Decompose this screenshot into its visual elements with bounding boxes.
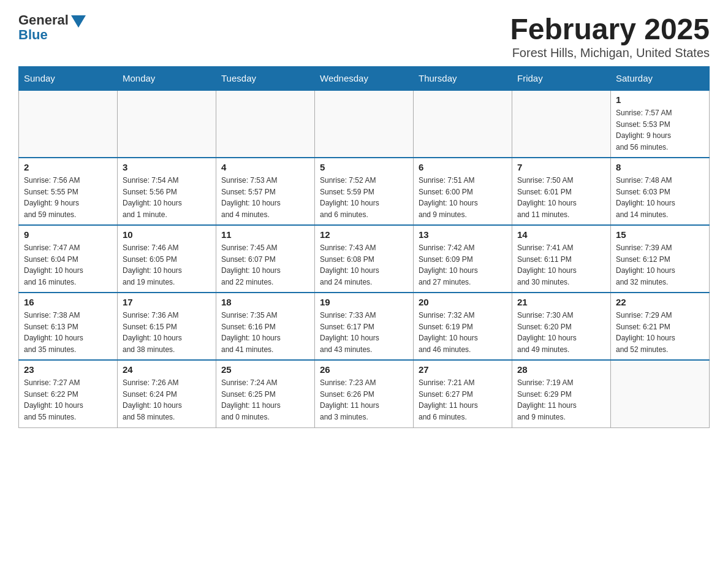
calendar-table: SundayMondayTuesdayWednesdayThursdayFrid… [18,66,710,428]
day-number: 27 [419,364,507,375]
day-number: 24 [123,364,211,375]
calendar-cell: 6Sunrise: 7:51 AM Sunset: 6:00 PM Daylig… [414,158,512,225]
calendar-week-row: 1Sunrise: 7:57 AM Sunset: 5:53 PM Daylig… [19,90,710,158]
calendar-cell: 11Sunrise: 7:45 AM Sunset: 6:07 PM Dayli… [216,225,315,293]
day-number: 2 [24,162,112,172]
day-number: 4 [221,162,309,172]
day-number: 18 [221,297,309,307]
calendar-cell: 24Sunrise: 7:26 AM Sunset: 6:24 PM Dayli… [118,360,216,427]
calendar-cell: 14Sunrise: 7:41 AM Sunset: 6:11 PM Dayli… [512,225,611,293]
day-info: Sunrise: 7:24 AM Sunset: 6:25 PM Dayligh… [221,377,309,423]
day-info: Sunrise: 7:29 AM Sunset: 6:21 PM Dayligh… [616,310,704,355]
calendar-cell: 23Sunrise: 7:27 AM Sunset: 6:22 PM Dayli… [19,360,118,427]
day-info: Sunrise: 7:23 AM Sunset: 6:26 PM Dayligh… [320,377,408,423]
calendar-header-friday: Friday [512,67,611,91]
logo-general-text: General [18,12,69,28]
day-info: Sunrise: 7:27 AM Sunset: 6:22 PM Dayligh… [24,377,112,423]
calendar-cell: 22Sunrise: 7:29 AM Sunset: 6:21 PM Dayli… [611,293,710,360]
day-number: 22 [616,297,704,307]
day-info: Sunrise: 7:45 AM Sunset: 6:07 PM Dayligh… [221,242,309,288]
calendar-cell: 7Sunrise: 7:50 AM Sunset: 6:01 PM Daylig… [512,158,611,225]
calendar-cell: 18Sunrise: 7:35 AM Sunset: 6:16 PM Dayli… [216,293,315,360]
day-number: 8 [616,162,704,172]
calendar-cell: 12Sunrise: 7:43 AM Sunset: 6:08 PM Dayli… [315,225,414,293]
calendar-cell [512,90,611,158]
calendar-cell: 28Sunrise: 7:19 AM Sunset: 6:29 PM Dayli… [512,360,611,427]
day-info: Sunrise: 7:35 AM Sunset: 6:16 PM Dayligh… [221,310,309,355]
day-info: Sunrise: 7:33 AM Sunset: 6:17 PM Dayligh… [320,310,408,355]
day-info: Sunrise: 7:39 AM Sunset: 6:12 PM Dayligh… [616,242,704,288]
calendar-subtitle: Forest Hills, Michigan, United States [510,46,710,60]
logo: General Blue [18,12,86,43]
day-number: 10 [123,229,211,240]
calendar-cell: 4Sunrise: 7:53 AM Sunset: 5:57 PM Daylig… [216,158,315,225]
day-info: Sunrise: 7:21 AM Sunset: 6:27 PM Dayligh… [419,377,507,423]
day-info: Sunrise: 7:54 AM Sunset: 5:56 PM Dayligh… [123,175,211,220]
calendar-cell: 17Sunrise: 7:36 AM Sunset: 6:15 PM Dayli… [118,293,216,360]
day-number: 9 [24,229,112,240]
logo-triangle-icon [71,15,86,28]
day-info: Sunrise: 7:48 AM Sunset: 6:03 PM Dayligh… [616,175,704,220]
calendar-cell: 25Sunrise: 7:24 AM Sunset: 6:25 PM Dayli… [216,360,315,427]
day-number: 17 [123,297,211,307]
calendar-header-monday: Monday [118,67,216,91]
calendar-cell: 5Sunrise: 7:52 AM Sunset: 5:59 PM Daylig… [315,158,414,225]
calendar-cell [118,90,216,158]
calendar-title: February 2025 [510,12,710,46]
day-number: 3 [123,162,211,172]
day-number: 15 [616,229,704,240]
day-number: 12 [320,229,408,240]
calendar-week-row: 16Sunrise: 7:38 AM Sunset: 6:13 PM Dayli… [19,293,710,360]
day-info: Sunrise: 7:32 AM Sunset: 6:19 PM Dayligh… [419,310,507,355]
day-info: Sunrise: 7:47 AM Sunset: 6:04 PM Dayligh… [24,242,112,288]
calendar-header-saturday: Saturday [611,67,710,91]
calendar-header-wednesday: Wednesday [315,67,414,91]
day-info: Sunrise: 7:52 AM Sunset: 5:59 PM Dayligh… [320,175,408,220]
calendar-week-row: 23Sunrise: 7:27 AM Sunset: 6:22 PM Dayli… [19,360,710,427]
day-number: 28 [517,364,605,375]
calendar-cell: 19Sunrise: 7:33 AM Sunset: 6:17 PM Dayli… [315,293,414,360]
calendar-week-row: 9Sunrise: 7:47 AM Sunset: 6:04 PM Daylig… [19,225,710,293]
calendar-cell: 20Sunrise: 7:32 AM Sunset: 6:19 PM Dayli… [414,293,512,360]
day-info: Sunrise: 7:51 AM Sunset: 6:00 PM Dayligh… [419,175,507,220]
day-info: Sunrise: 7:57 AM Sunset: 5:53 PM Dayligh… [616,107,704,153]
day-info: Sunrise: 7:43 AM Sunset: 6:08 PM Dayligh… [320,242,408,288]
day-number: 20 [419,297,507,307]
calendar-cell: 27Sunrise: 7:21 AM Sunset: 6:27 PM Dayli… [414,360,512,427]
calendar-header-thursday: Thursday [414,67,512,91]
day-info: Sunrise: 7:26 AM Sunset: 6:24 PM Dayligh… [123,377,211,423]
day-info: Sunrise: 7:56 AM Sunset: 5:55 PM Dayligh… [24,175,112,220]
day-info: Sunrise: 7:19 AM Sunset: 6:29 PM Dayligh… [517,377,605,423]
calendar-cell: 15Sunrise: 7:39 AM Sunset: 6:12 PM Dayli… [611,225,710,293]
day-number: 16 [24,297,112,307]
calendar-header-sunday: Sunday [19,67,118,91]
day-info: Sunrise: 7:53 AM Sunset: 5:57 PM Dayligh… [221,175,309,220]
calendar-cell: 21Sunrise: 7:30 AM Sunset: 6:20 PM Dayli… [512,293,611,360]
day-number: 14 [517,229,605,240]
day-info: Sunrise: 7:41 AM Sunset: 6:11 PM Dayligh… [517,242,605,288]
calendar-cell: 16Sunrise: 7:38 AM Sunset: 6:13 PM Dayli… [19,293,118,360]
day-info: Sunrise: 7:46 AM Sunset: 6:05 PM Dayligh… [123,242,211,288]
day-number: 13 [419,229,507,240]
day-info: Sunrise: 7:36 AM Sunset: 6:15 PM Dayligh… [123,310,211,355]
day-info: Sunrise: 7:50 AM Sunset: 6:01 PM Dayligh… [517,175,605,220]
day-info: Sunrise: 7:38 AM Sunset: 6:13 PM Dayligh… [24,310,112,355]
calendar-cell [414,90,512,158]
calendar-cell [216,90,315,158]
day-number: 6 [419,162,507,172]
day-number: 25 [221,364,309,375]
day-number: 23 [24,364,112,375]
day-info: Sunrise: 7:30 AM Sunset: 6:20 PM Dayligh… [517,310,605,355]
calendar-cell: 8Sunrise: 7:48 AM Sunset: 6:03 PM Daylig… [611,158,710,225]
calendar-cell: 13Sunrise: 7:42 AM Sunset: 6:09 PM Dayli… [414,225,512,293]
day-number: 1 [616,94,704,105]
calendar-cell: 2Sunrise: 7:56 AM Sunset: 5:55 PM Daylig… [19,158,118,225]
calendar-cell: 9Sunrise: 7:47 AM Sunset: 6:04 PM Daylig… [19,225,118,293]
title-block: February 2025 Forest Hills, Michigan, Un… [510,12,710,60]
calendar-header-tuesday: Tuesday [216,67,315,91]
calendar-cell [611,360,710,427]
logo-blue-text: Blue [18,27,48,43]
day-number: 11 [221,229,309,240]
calendar-cell: 10Sunrise: 7:46 AM Sunset: 6:05 PM Dayli… [118,225,216,293]
calendar-cell [19,90,118,158]
